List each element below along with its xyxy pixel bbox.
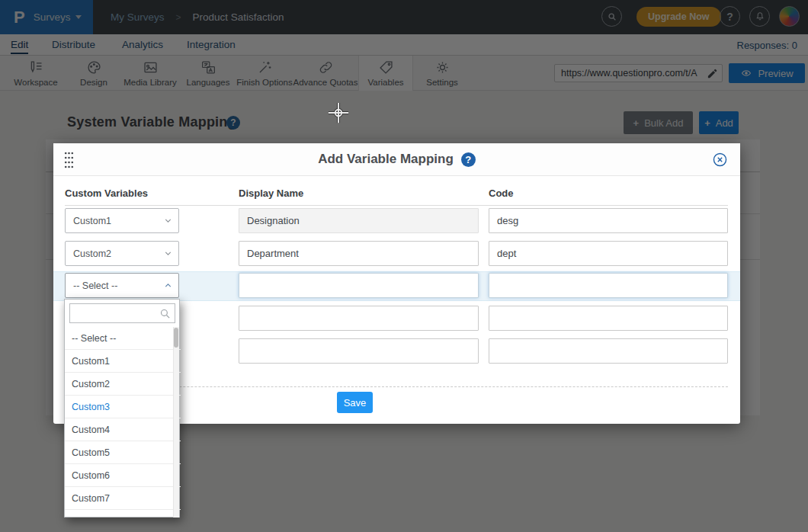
drag-handle-icon[interactable] xyxy=(64,151,74,169)
chevron-down-icon xyxy=(163,248,173,258)
dropdown-scrollbar-thumb[interactable] xyxy=(174,328,178,348)
column-display-name: Display Name xyxy=(239,187,303,199)
close-icon[interactable] xyxy=(712,152,728,168)
display-name-input[interactable] xyxy=(239,338,479,364)
dropdown-option[interactable]: Custom4 xyxy=(65,418,181,441)
dropdown-option-list: -- Select -- Custom1 Custom2 Custom3 Cus… xyxy=(65,327,181,518)
dropdown-option[interactable]: Custom7 xyxy=(65,487,181,510)
chevron-up-icon xyxy=(163,280,173,290)
code-input[interactable] xyxy=(489,241,728,266)
custom-variable-select-open[interactable]: -- Select -- xyxy=(65,273,179,298)
display-name-input[interactable] xyxy=(239,306,479,331)
questionpro-app: P Surveys My Surveys > Product Satisfact… xyxy=(0,0,808,532)
modal-title: Add Variable Mapping xyxy=(318,152,454,167)
mapping-column-headers: Custom Variables Display Name Code xyxy=(65,185,728,206)
chevron-down-icon xyxy=(163,216,173,226)
code-input[interactable] xyxy=(489,306,728,331)
modal-help-icon[interactable]: ? xyxy=(461,152,476,167)
column-custom-variables: Custom Variables xyxy=(65,187,148,199)
custom-variable-select[interactable]: Custom2 xyxy=(65,241,179,266)
display-name-input[interactable] xyxy=(239,273,479,298)
dropdown-scrollbar[interactable] xyxy=(173,327,179,518)
dropdown-option[interactable]: Custom5 xyxy=(65,441,181,464)
search-icon xyxy=(159,307,172,320)
dropdown-option-highlighted[interactable]: Custom3 xyxy=(65,396,181,418)
column-code: Code xyxy=(489,187,514,199)
dropdown-search-field[interactable] xyxy=(69,303,175,323)
dropdown-option[interactable]: Custom6 xyxy=(65,464,181,487)
dropdown-option[interactable]: Custom2 xyxy=(65,373,181,396)
display-name-input[interactable] xyxy=(239,241,479,266)
custom-variable-dropdown: -- Select -- Custom1 Custom2 Custom3 Cus… xyxy=(64,299,180,518)
code-input[interactable] xyxy=(489,273,728,298)
dropdown-option[interactable]: -- Select -- xyxy=(65,327,181,350)
custom-variable-select[interactable]: Custom1 xyxy=(65,208,179,233)
dropdown-option-partial xyxy=(65,510,181,518)
modal-header: Add Variable Mapping ? xyxy=(53,143,740,176)
code-input[interactable] xyxy=(489,208,728,233)
dropdown-option[interactable]: Custom1 xyxy=(65,350,181,373)
code-input[interactable] xyxy=(489,338,728,364)
display-name-input[interactable] xyxy=(239,208,479,233)
save-button[interactable]: Save xyxy=(337,392,373,413)
